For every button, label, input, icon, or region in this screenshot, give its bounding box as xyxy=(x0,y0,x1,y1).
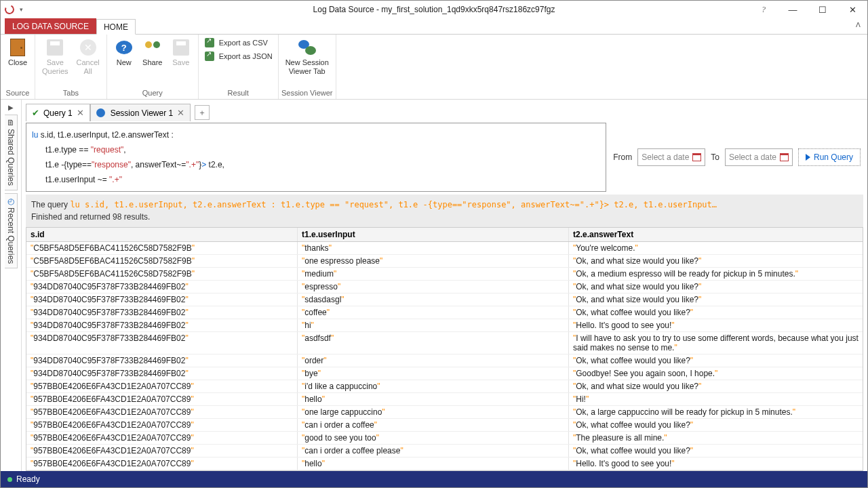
close-tab-icon[interactable]: ✕ xyxy=(177,108,184,118)
col-answertext[interactable]: t2.e.answerText xyxy=(569,228,863,241)
help-button[interactable]: ? xyxy=(753,1,774,18)
table-row[interactable]: "957BB0E4206E6FA43CD1E2A0A707CC89""hello… xyxy=(26,458,863,470)
floppy-icon xyxy=(47,39,63,56)
from-label: From xyxy=(613,152,632,162)
close-source-button[interactable]: Close xyxy=(3,36,32,68)
tab-sv1-label: Session Viewer 1 xyxy=(111,108,174,118)
table-row[interactable]: "934DD87040C95F378F733B284469FB02""asdfs… xyxy=(26,332,863,354)
people-icon xyxy=(144,40,161,55)
group-tabs: Tabs xyxy=(38,87,104,99)
save-query-button[interactable]: Save xyxy=(167,36,195,68)
share-label: Share xyxy=(142,58,162,67)
new-query-button[interactable]: ? New xyxy=(110,36,138,68)
table-row[interactable]: "957BB0E4206E6FA43CD1E2A0A707CC89""one l… xyxy=(26,406,863,419)
cancel-icon: ✕ xyxy=(80,39,96,56)
table-row[interactable]: "957BB0E4206E6FA43CD1E2A0A707CC89""good … xyxy=(26,432,863,445)
new-session-label: New Session Viewer Tab xyxy=(285,58,329,76)
to-placeholder: Select a date xyxy=(729,152,776,162)
ribbon: Close Source Save Queries ✕ Cancel All T… xyxy=(1,35,867,100)
recent-queries-label: Recent Queries xyxy=(6,207,16,264)
to-date-picker[interactable]: Select a date xyxy=(725,148,793,166)
table-row[interactable]: "934DD87040C95F378F733B284469FB02""coffe… xyxy=(26,306,863,319)
col-sid[interactable]: s.id xyxy=(26,228,298,241)
tab-query-1[interactable]: ✔ Query 1 ✕ xyxy=(26,104,90,121)
query-status: The query lu s.id, t1.e.userInput, t2.e.… xyxy=(26,195,863,227)
export-json-label: Export as JSON xyxy=(219,52,273,60)
shared-queries-panel[interactable]: 🗎 Shared Queries xyxy=(5,115,18,190)
new-label: New xyxy=(117,58,132,67)
add-tab-button[interactable]: ＋ xyxy=(195,105,210,120)
expand-rail-icon[interactable]: ▶ xyxy=(4,102,18,112)
status-prefix: The query xyxy=(31,200,70,209)
table-row[interactable]: "957BB0E4206E6FA43CD1E2A0A707CC89""can i… xyxy=(26,419,863,432)
calendar-icon xyxy=(692,153,701,161)
col-userinput[interactable]: t1.e.userInput xyxy=(298,228,569,241)
run-query-button[interactable]: Run Query xyxy=(798,148,861,166)
clock-icon: ◴ xyxy=(7,197,14,206)
from-date-picker[interactable]: Select a date xyxy=(637,148,705,166)
maximize-button[interactable]: ☐ xyxy=(808,1,837,18)
play-icon xyxy=(806,154,810,161)
export-icon xyxy=(205,38,214,47)
main-area: ✔ Query 1 ✕ Session Viewer 1 ✕ ＋ lu s.id… xyxy=(22,100,867,471)
statusbar: Ready xyxy=(1,471,867,487)
recent-queries-panel[interactable]: ◴ Recent Queries xyxy=(5,193,18,268)
status-dot-icon xyxy=(7,477,12,482)
save-queries-button[interactable]: Save Queries xyxy=(38,36,73,77)
export-icon xyxy=(205,52,214,61)
table-row[interactable]: "C5BF5A8D5EF6BAC411526C58D7582F9B""mediu… xyxy=(26,268,863,281)
run-label: Run Query xyxy=(814,152,853,162)
side-rail: ▶ 🗎 Shared Queries ◴ Recent Queries xyxy=(1,100,22,471)
group-source: Source xyxy=(3,87,32,99)
export-csv-button[interactable]: Export as CSV xyxy=(204,37,273,48)
share-query-button[interactable]: Share xyxy=(138,36,167,68)
cancel-all-button[interactable]: ✕ Cancel All xyxy=(73,36,104,77)
table-row[interactable]: "934DD87040C95F378F733B284469FB02""hi""H… xyxy=(26,319,863,332)
table-row[interactable]: "957BB0E4206E6FA43CD1E2A0A707CC89""hello… xyxy=(26,393,863,406)
table-row[interactable]: "957BB0E4206E6FA43CD1E2A0A707CC89""can i… xyxy=(26,445,863,458)
bubbles-icon xyxy=(298,40,316,55)
ribbon-tabstrip: LOG DATA SOURCE HOME ᐱ xyxy=(1,18,867,35)
check-icon: ✔ xyxy=(32,108,39,118)
table-row[interactable]: "934DD87040C95F378F733B284469FB02""order… xyxy=(26,354,863,367)
minimize-button[interactable]: — xyxy=(778,1,808,18)
document-tabs: ✔ Query 1 ✕ Session Viewer 1 ✕ ＋ xyxy=(26,102,863,121)
status-query: lu s.id, t1.e.userInput, t2.e.answerText… xyxy=(70,200,717,209)
collapse-ribbon-icon[interactable]: ᐱ xyxy=(856,21,861,28)
calendar-icon xyxy=(780,153,789,161)
table-row[interactable]: "934DD87040C95F378F733B284469FB02""bye""… xyxy=(26,367,863,380)
cancel-all-label: Cancel All xyxy=(77,58,100,76)
status-summary: Finished and returned 98 results. xyxy=(31,212,150,222)
context-tab[interactable]: LOG DATA SOURCE xyxy=(5,18,96,34)
to-label: To xyxy=(711,152,719,162)
close-window-button[interactable]: ✕ xyxy=(837,1,867,18)
close-label: Close xyxy=(8,58,27,67)
titlebar: ▾ Log Data Source - my_first_solution_1q… xyxy=(1,1,867,18)
export-json-button[interactable]: Export as JSON xyxy=(204,51,273,62)
doc-icon: 🗎 xyxy=(7,118,15,127)
status-text: Ready xyxy=(16,474,40,484)
group-result: Result xyxy=(201,87,275,99)
group-session: Session Viewer xyxy=(281,87,333,99)
table-row[interactable]: "C5BF5A8D5EF6BAC411526C58D7582F9B""thank… xyxy=(26,242,863,255)
tab-session-viewer-1[interactable]: Session Viewer 1 ✕ xyxy=(90,104,191,121)
floppy-icon xyxy=(173,39,189,56)
workspace: ▶ 🗎 Shared Queries ◴ Recent Queries ✔ Qu… xyxy=(1,100,867,471)
grid-header: s.id t1.e.userInput t2.e.answerText xyxy=(26,228,863,242)
close-tab-icon[interactable]: ✕ xyxy=(77,108,84,118)
grid-body[interactable]: "C5BF5A8D5EF6BAC411526C58D7582F9B""thank… xyxy=(26,242,863,470)
table-row[interactable]: "957BB0E4206E6FA43CD1E2A0A707CC89""i'd l… xyxy=(26,380,863,393)
tab-home[interactable]: HOME xyxy=(96,19,136,35)
door-icon xyxy=(10,39,25,56)
from-placeholder: Select a date xyxy=(642,152,689,162)
group-query: Query xyxy=(110,87,195,99)
query-editor[interactable]: lu s.id, t1.e.userInput, t2.e.answerText… xyxy=(26,123,606,192)
table-row[interactable]: "C5BF5A8D5EF6BAC411526C58D7582F9B""one e… xyxy=(26,255,863,268)
shared-queries-label: Shared Queries xyxy=(6,129,16,186)
table-row[interactable]: "934DD87040C95F378F733B284469FB02""sdasd… xyxy=(26,293,863,306)
tab-query-1-label: Query 1 xyxy=(43,108,73,118)
window-title: Log Data Source - my_first_solution_1qd9… xyxy=(1,5,867,14)
new-session-viewer-button[interactable]: New Session Viewer Tab xyxy=(281,36,333,77)
save-label: Save xyxy=(172,58,189,67)
table-row[interactable]: "934DD87040C95F378F733B284469FB02""espre… xyxy=(26,281,863,293)
